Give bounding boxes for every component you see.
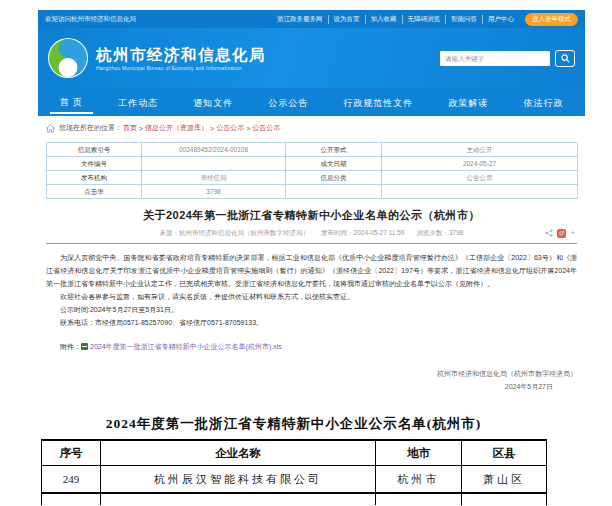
breadcrumb-link-announcements-2[interactable]: 公告公示	[252, 123, 280, 133]
meta-value-click-rate: 3798	[142, 185, 286, 199]
company-list-table: 序号 企业名称 地市 区县 249 杭州辰汉智能科技有限公司 杭州市 萧山区	[41, 439, 547, 505]
site-title: 杭州市经济和信息化局	[96, 46, 266, 63]
meta-value-info-category: 公告公示	[382, 171, 578, 185]
cell-company-name: 杭州辰汉智能科技有限公司	[101, 466, 376, 494]
topbar-links: 浙江政务服务网 设为首页 加入收藏 无障碍浏览 智能问答 用户中心 进入老年模式	[272, 13, 578, 26]
weibo-share-icon[interactable]	[557, 229, 566, 238]
nav-item-notices[interactable]: 通知文件	[183, 91, 243, 114]
topbar-link-smart-qa[interactable]: 智能问答	[446, 15, 483, 24]
paragraph: 欢迎社会各界参与监督，如有异议，请实名反馈，并提供佐证材料和联系方式，以便核实查…	[46, 290, 577, 303]
article: 信息索引号 002489452/2024-00108 公开形式 主动公开 文件编…	[38, 140, 585, 505]
title-divider	[46, 243, 577, 244]
meta-value-doc-number	[142, 157, 286, 171]
top-utility-bar: 欢迎访问杭州市经济和信息化局 浙江政务服务网 设为首页 加入收藏 无障碍浏览 智…	[38, 10, 585, 28]
attachment-row: 附件：2024年度第一批浙江省专精特新中小企业公示名单(杭州市).xls	[46, 342, 577, 352]
paragraph: 公示时间:2024年5月27日至5月31日。	[46, 303, 577, 316]
search-button[interactable]	[555, 50, 575, 67]
paragraph: 为深入贯彻党中央、国务院和省委省政府培育专精特新的决策部署，根据工业和信息化部《…	[46, 251, 577, 290]
topbar-link-zhejiang-gov[interactable]: 浙江政务服务网	[272, 15, 329, 24]
article-meta-line: 来源：杭州市经济和信息化局（杭州市数字经济局） 发布时间：2024-05-27 …	[46, 228, 577, 238]
breadcrumb-separator: >	[139, 125, 143, 132]
cell-city: 杭州市	[376, 466, 462, 494]
breadcrumb-link-home[interactable]: 首页	[123, 123, 137, 133]
meta-label-written-date: 成文日期	[286, 157, 382, 171]
elder-mode-button[interactable]: 进入老年模式	[525, 13, 578, 26]
signature-block: 杭州市经济和信息化局（杭州市数字经济局） 2024年5月27日	[46, 367, 577, 393]
site-subtitle: Hangzhou Municipal Bureau of Economy and…	[96, 65, 266, 71]
list-table-title: 2024年度第一批浙江省专精特新中小企业公示名单(杭州市)	[41, 415, 546, 433]
main-nav: 首 页 工作动态 通知文件 公示公告 行政规范性文件 政策解读 依法行政	[38, 88, 585, 116]
topbar-link-user-center[interactable]: 用户中心	[483, 15, 519, 24]
table-row-cutoff	[42, 493, 547, 505]
search-input[interactable]	[440, 51, 550, 66]
site-header: 杭州市经济和信息化局 Hangzhou Municipal Bureau of …	[38, 28, 585, 88]
breadcrumb-separator: >	[246, 125, 250, 132]
attachment-link[interactable]: 2024年度第一批浙江省专精特新中小企业公示名单(杭州市).xls	[90, 343, 282, 350]
column-header-city: 地市	[376, 440, 462, 466]
search-icon	[561, 54, 570, 63]
topbar-link-set-homepage[interactable]: 设为首页	[329, 15, 366, 24]
breadcrumb-link-info-disclosure[interactable]: 信息公开（资源库）	[145, 123, 208, 133]
table-row: 249 杭州辰汉智能科技有限公司 杭州市 萧山区	[42, 466, 547, 494]
signature-agency: 杭州市经济和信息化局（杭州市数字经济局）	[46, 367, 577, 380]
breadcrumb: 您现在所在的位置： 首页 > 信息公开（资源库） > 公告公示 > 公告公示	[38, 116, 585, 140]
breadcrumb-link-announcements[interactable]: 公告公示	[216, 123, 244, 133]
topbar-link-accessibility[interactable]: 无障碍浏览	[403, 15, 447, 24]
meta-label-issuing-agency: 发布机构	[47, 171, 142, 185]
share-icon[interactable]	[545, 229, 553, 237]
meta-value-written-date: 2024-05-27	[382, 157, 578, 171]
nav-item-announcements[interactable]: 公示公告	[258, 91, 318, 114]
article-source: 来源：杭州市经济和信息化局（杭州市数字经济局）	[160, 229, 310, 238]
topbar-link-add-favorite[interactable]: 加入收藏	[366, 15, 403, 24]
meta-label-disclosure-form: 公开形式	[286, 143, 382, 157]
attachment-label: 附件：	[60, 343, 81, 350]
more-share-icon[interactable]: +	[570, 229, 575, 237]
brand-block: 杭州市经济和信息化局 Hangzhou Municipal Bureau of …	[96, 46, 266, 71]
meta-label-index-no: 信息索引号	[47, 143, 142, 157]
nav-item-policy-interpretation[interactable]: 政策解读	[438, 91, 498, 114]
table-header-row: 序号 企业名称 地市 区县	[42, 440, 547, 466]
bureau-logo-icon	[48, 38, 88, 78]
meta-value-issuing-agency: 市经信局	[142, 171, 286, 185]
nav-item-law-administration[interactable]: 依法行政	[513, 91, 573, 114]
breadcrumb-separator: >	[210, 125, 214, 132]
welcome-text: 欢迎访问杭州市经济和信息化局	[45, 15, 136, 24]
cell-serial: 249	[42, 466, 101, 494]
excel-icon	[81, 343, 88, 350]
signature-date: 2024年5月27日	[46, 380, 577, 393]
site-container: 欢迎访问杭州市经济和信息化局 浙江政务服务网 设为首页 加入收藏 无障碍浏览 智…	[38, 10, 585, 505]
share-toolbar: +	[545, 228, 575, 238]
page-title: 关于2024年第一批浙江省专精特新中小企业名单的公示（杭州市）	[46, 208, 577, 223]
article-publish-time: 发布时间：2024-05-27 11:59	[321, 229, 404, 238]
paragraph: 联系电话：市经信局0571-85257090、省经信厅0571-87059133…	[46, 316, 577, 329]
article-view-count: 浏览次数：3798	[416, 229, 463, 238]
public-list-document: 2024年度第一批浙江省专精特新中小企业公示名单(杭州市) 序号 企业名称 地市…	[41, 415, 546, 505]
meta-label-empty	[286, 185, 382, 199]
column-header-serial: 序号	[42, 440, 101, 466]
nav-item-home[interactable]: 首 页	[50, 90, 94, 114]
nav-item-regulatory-docs[interactable]: 行政规范性文件	[333, 91, 423, 114]
nav-item-work-news[interactable]: 工作动态	[108, 91, 168, 114]
meta-label-click-rate: 点击率	[47, 185, 142, 199]
breadcrumb-prefix: 您现在所在的位置：	[59, 123, 122, 133]
meta-value-index-no: 002489452/2024-00108	[142, 143, 286, 157]
cell-district: 萧山区	[462, 466, 547, 494]
meta-value-disclosure-form: 主动公开	[382, 143, 578, 157]
document-meta-table: 信息索引号 002489452/2024-00108 公开形式 主动公开 文件编…	[46, 142, 577, 199]
meta-value-empty	[382, 185, 578, 199]
meta-label-info-category: 信息分类	[286, 171, 382, 185]
column-header-company: 企业名称	[101, 440, 376, 466]
home-icon	[46, 124, 55, 133]
meta-label-doc-number: 文件编号	[47, 157, 142, 171]
column-header-district: 区县	[462, 440, 547, 466]
search-bar	[440, 50, 575, 67]
article-body: 为深入贯彻党中央、国务院和省委省政府培育专精特新的决策部署，根据工业和信息化部《…	[46, 251, 577, 329]
